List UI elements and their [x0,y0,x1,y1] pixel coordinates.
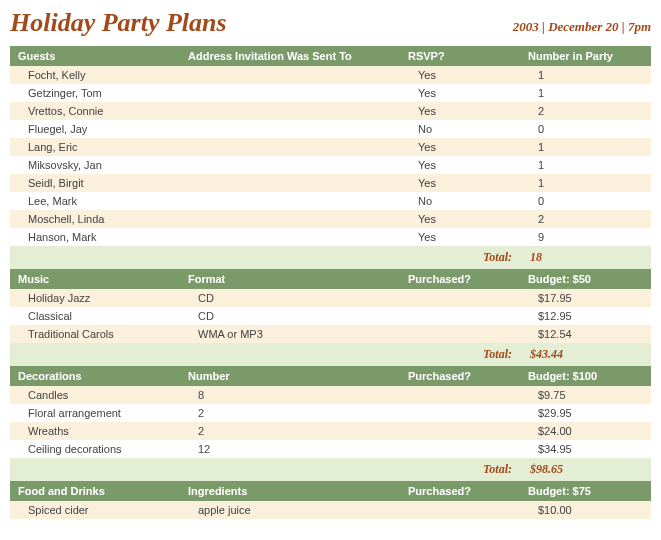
cell: 0 [520,192,651,210]
col-header: Budget: $75 [520,481,651,501]
cell: Moschell, Linda [10,210,180,228]
cell: $24.00 [520,422,651,440]
cell: 8 [180,386,400,404]
cell [400,404,520,422]
cell: Yes [400,66,520,84]
col-header: RSVP? [400,46,520,66]
col-header: Ingredients [180,481,400,501]
table-row: Wreaths2$24.00 [10,422,651,440]
cell [180,210,400,228]
cell: Vrettos, Connie [10,102,180,120]
cell [400,440,520,458]
total-label: Total: [400,343,520,366]
cell: Holiday Jazz [10,289,180,307]
cell: 2 [520,210,651,228]
cell: CD [180,289,400,307]
cell [180,138,400,156]
cell: Yes [400,84,520,102]
table-row: Candles8$9.75 [10,386,651,404]
cell: Lee, Mark [10,192,180,210]
cell: No [400,192,520,210]
cell: $29.95 [520,404,651,422]
col-header: Address Invitation Was Sent To [180,46,400,66]
total-value: $98.65 [520,458,651,481]
total-row: Total:$43.44 [10,343,651,366]
col-header: Purchased? [400,481,520,501]
cell: Yes [400,138,520,156]
total-label: Total: [400,458,520,481]
cell: Lang, Eric [10,138,180,156]
cell: 1 [520,66,651,84]
table-row: Moschell, LindaYes2 [10,210,651,228]
cell: $34.95 [520,440,651,458]
cell: 2 [180,422,400,440]
col-header: Budget: $50 [520,269,651,289]
table-row: ClassicalCD$12.95 [10,307,651,325]
cell [400,501,520,519]
cell [180,228,400,246]
cell: WMA or MP3 [180,325,400,343]
cell: Floral arrangement [10,404,180,422]
cell: Miksovsky, Jan [10,156,180,174]
table-header-row: Food and Drinks Ingredients Purchased? B… [10,481,651,501]
col-header: Number in Party [520,46,651,66]
document-header: Holiday Party Plans 2003 | December 20 |… [10,8,651,38]
decorations-table: Decorations Number Purchased? Budget: $1… [10,366,651,481]
table-row: Seidl, BirgitYes1 [10,174,651,192]
date-info: 2003 | December 20 | 7pm [513,19,651,35]
table-header-row: Guests Address Invitation Was Sent To RS… [10,46,651,66]
cell: Yes [400,228,520,246]
col-header: Format [180,269,400,289]
cell: $12.95 [520,307,651,325]
page-title: Holiday Party Plans [10,8,227,38]
cell: $12.54 [520,325,651,343]
table-row: Getzinger, TomYes1 [10,84,651,102]
table-row: Lee, MarkNo0 [10,192,651,210]
cell [400,307,520,325]
total-label: Total: [400,246,520,269]
cell: Yes [400,102,520,120]
cell: Spiced cider [10,501,180,519]
table-row: Floral arrangement2$29.95 [10,404,651,422]
col-header: Purchased? [400,269,520,289]
cell: 12 [180,440,400,458]
cell: $10.00 [520,501,651,519]
cell: $9.75 [520,386,651,404]
col-header: Budget: $100 [520,366,651,386]
col-header: Guests [10,46,180,66]
total-value: 18 [520,246,651,269]
table-row: Fluegel, JayNo0 [10,120,651,138]
table-row: Traditional CarolsWMA or MP3$12.54 [10,325,651,343]
table-row: Spiced ciderapple juice$10.00 [10,501,651,519]
music-table: Music Format Purchased? Budget: $50 Holi… [10,269,651,366]
cell [180,84,400,102]
table-row: Miksovsky, JanYes1 [10,156,651,174]
table-row: Ceiling decorations12$34.95 [10,440,651,458]
food-table: Food and Drinks Ingredients Purchased? B… [10,481,651,519]
cell: 1 [520,174,651,192]
cell: 2 [520,102,651,120]
table-header-row: Decorations Number Purchased? Budget: $1… [10,366,651,386]
cell [180,120,400,138]
col-header: Purchased? [400,366,520,386]
cell: 1 [520,84,651,102]
table-row: Vrettos, ConnieYes2 [10,102,651,120]
table-row: Hanson, MarkYes9 [10,228,651,246]
cell: Focht, Kelly [10,66,180,84]
col-header: Food and Drinks [10,481,180,501]
cell: Fluegel, Jay [10,120,180,138]
col-header: Decorations [10,366,180,386]
cell: 9 [520,228,651,246]
cell: Seidl, Birgit [10,174,180,192]
table-row: Holiday JazzCD$17.95 [10,289,651,307]
total-row: Total:18 [10,246,651,269]
col-header: Music [10,269,180,289]
cell [180,156,400,174]
cell: No [400,120,520,138]
cell: Classical [10,307,180,325]
total-value: $43.44 [520,343,651,366]
cell: Yes [400,156,520,174]
cell [180,66,400,84]
cell [180,174,400,192]
table-row: Focht, KellyYes1 [10,66,651,84]
